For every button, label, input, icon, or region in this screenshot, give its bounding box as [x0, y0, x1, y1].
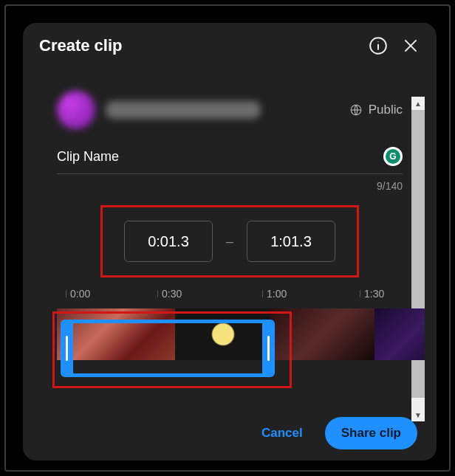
char-counter: 9/140 — [57, 180, 403, 192]
header-actions — [369, 36, 420, 55]
modal-header: Create clip — [23, 23, 437, 63]
clip-name-input[interactable] — [57, 149, 383, 165]
close-icon[interactable] — [401, 36, 420, 55]
grammarly-badge[interactable]: G — [383, 147, 403, 166]
cancel-button[interactable]: Cancel — [250, 418, 315, 448]
channel-avatar — [57, 91, 95, 129]
info-icon[interactable] — [369, 36, 388, 55]
tick-30: 0:30 — [157, 291, 177, 303]
time-range-highlight: 0:01.3 – 1:01.3 — [100, 205, 359, 277]
globe-icon — [349, 103, 363, 117]
clip-name-row: G — [57, 142, 403, 174]
modal-title: Create clip — [39, 36, 123, 55]
timeline: 0:00 0:30 1:00 1:30 — [57, 291, 403, 387]
source-video-title — [106, 101, 261, 119]
tick-0: 0:00 — [66, 291, 86, 303]
content: Public G 9/140 0:01.3 – 1:01.3 — [35, 91, 425, 387]
visibility-selector[interactable]: Public — [349, 103, 403, 117]
range-handle-start[interactable] — [61, 320, 73, 377]
share-clip-button[interactable]: Share clip — [325, 417, 417, 449]
visibility-label: Public — [369, 103, 403, 117]
range-band — [73, 320, 262, 377]
end-time-input[interactable]: 1:01.3 — [247, 221, 335, 262]
filmstrip-frame — [374, 308, 425, 360]
grammarly-icon: G — [386, 149, 400, 164]
selection-highlight — [52, 311, 292, 388]
time-dash: – — [226, 234, 233, 249]
range-handle-end[interactable] — [262, 320, 275, 377]
source-video-row — [57, 91, 349, 129]
app-frame: Create clip ▲ ▼ — [4, 4, 451, 472]
tick-90: 1:30 — [360, 291, 380, 303]
start-time-input[interactable]: 0:01.3 — [124, 221, 213, 262]
source-video-info — [57, 91, 261, 129]
modal-footer: Cancel Share clip — [23, 406, 437, 461]
create-clip-modal: Create clip ▲ ▼ — [23, 23, 437, 461]
svg-point-2 — [377, 41, 378, 42]
modal-body: Public G 9/140 0:01.3 – 1:01.3 — [35, 82, 425, 394]
tick-60: 1:00 — [262, 291, 282, 303]
